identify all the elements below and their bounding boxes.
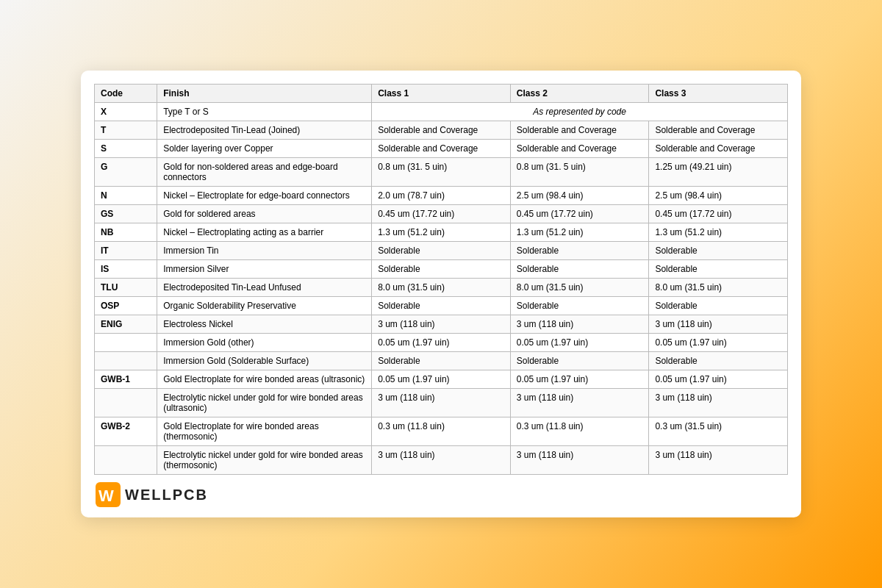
cell-class2: 3 um (118 uin) bbox=[510, 446, 649, 475]
logo-area: W WELLPCB bbox=[94, 482, 788, 507]
cell-class3: Solderable bbox=[649, 242, 788, 260]
cell-finish: Electrolytic nickel under gold for wire … bbox=[157, 389, 372, 417]
table-row: GWB-2Gold Electroplate for wire bonded a… bbox=[95, 417, 788, 446]
cell-class2: 0.8 um (31. 5 uin) bbox=[510, 158, 649, 187]
table-row: OSPOrganic Solderability PreservativeSol… bbox=[95, 297, 788, 315]
logo-label: WELLPCB bbox=[125, 487, 208, 503]
cell-class2: Solderable bbox=[510, 352, 649, 370]
cell-finish: Electrodeposited Tin-Lead (Joined) bbox=[157, 121, 372, 140]
table-row: ISImmersion SilverSolderableSolderableSo… bbox=[95, 260, 788, 279]
cell-class1: 0.8 um (31. 5 uin) bbox=[372, 158, 511, 187]
cell-class3: 2.5 um (98.4 uin) bbox=[649, 187, 788, 205]
cell-code bbox=[95, 334, 157, 352]
cell-finish: Gold Electroplate for wire bonded areas … bbox=[157, 370, 372, 389]
cell-code bbox=[95, 446, 157, 475]
cell-code: TLU bbox=[95, 279, 157, 297]
cell-class3: 8.0 um (31.5 uin) bbox=[649, 279, 788, 297]
cell-finish: Solder layering over Copper bbox=[157, 140, 372, 158]
cell-class1: 0.05 um (1.97 uin) bbox=[372, 370, 511, 389]
table-row: TElectrodeposited Tin-Lead (Joined)Solde… bbox=[95, 121, 788, 140]
table-row: GSGold for soldered areas0.45 um (17.72 … bbox=[95, 205, 788, 223]
cell-class3: 1.25 um (49.21 uin) bbox=[649, 158, 788, 187]
table-row: NNickel – Electroplate for edge-board co… bbox=[95, 187, 788, 205]
cell-class2: 0.05 um (1.97 uin) bbox=[510, 370, 649, 389]
cell-class3: Solderable and Coverage bbox=[649, 140, 788, 158]
table-row: TLUElectrodeposited Tin-Lead Unfused8.0 … bbox=[95, 279, 788, 297]
cell-code: N bbox=[95, 187, 157, 205]
cell-code bbox=[95, 352, 157, 370]
cell-code: GWB-2 bbox=[95, 417, 157, 446]
cell-class2: 2.5 um (98.4 uin) bbox=[510, 187, 649, 205]
table-row: NBNickel – Electroplating acting as a ba… bbox=[95, 223, 788, 242]
cell-class1: Solderable bbox=[372, 260, 511, 279]
cell-class2: 1.3 um (51.2 uin) bbox=[510, 223, 649, 242]
cell-class3: 0.3 um (31.5 uin) bbox=[649, 417, 788, 446]
cell-code: S bbox=[95, 140, 157, 158]
cell-class3: Solderable bbox=[649, 352, 788, 370]
table-row: Electrolytic nickel under gold for wire … bbox=[95, 389, 788, 417]
col-header-class2: Class 2 bbox=[510, 85, 649, 103]
cell-class3: 3 um (118 uin) bbox=[649, 315, 788, 334]
cell-finish: Electrodeposited Tin-Lead Unfused bbox=[157, 279, 372, 297]
cell-class3: 0.45 um (17.72 uin) bbox=[649, 205, 788, 223]
logo-text: WELLPCB bbox=[125, 487, 208, 503]
cell-code: T bbox=[95, 121, 157, 140]
cell-code: ENIG bbox=[95, 315, 157, 334]
cell-class1: 3 um (118 uin) bbox=[372, 315, 511, 334]
main-card: Code Finish Class 1 Class 2 Class 3 XTyp… bbox=[81, 71, 801, 517]
cell-class1: 3 um (118 uin) bbox=[372, 446, 511, 475]
table-row: GGold for non-soldered areas and edge-bo… bbox=[95, 158, 788, 187]
cell-class2: Solderable bbox=[510, 297, 649, 315]
cell-class1: Solderable and Coverage bbox=[372, 140, 511, 158]
cell-code: OSP bbox=[95, 297, 157, 315]
cell-classes-merged: As represented by code bbox=[372, 103, 788, 121]
cell-class3: 0.05 um (1.97 uin) bbox=[649, 334, 788, 352]
cell-finish: Immersion Tin bbox=[157, 242, 372, 260]
table-row: ENIGElectroless Nickel3 um (118 uin)3 um… bbox=[95, 315, 788, 334]
cell-class3: 0.05 um (1.97 uin) bbox=[649, 370, 788, 389]
cell-class1: 8.0 um (31.5 uin) bbox=[372, 279, 511, 297]
col-header-class1: Class 1 bbox=[372, 85, 511, 103]
cell-code: GWB-1 bbox=[95, 370, 157, 389]
col-header-class3: Class 3 bbox=[649, 85, 788, 103]
cell-class1: Solderable bbox=[372, 242, 511, 260]
cell-class1: 3 um (118 uin) bbox=[372, 389, 511, 417]
cell-class2: 8.0 um (31.5 uin) bbox=[510, 279, 649, 297]
cell-class2: Solderable bbox=[510, 242, 649, 260]
cell-code bbox=[95, 389, 157, 417]
cell-class3: Solderable bbox=[649, 297, 788, 315]
cell-finish: Gold for non-soldered areas and edge-boa… bbox=[157, 158, 372, 187]
cell-class2: 3 um (118 uin) bbox=[510, 315, 649, 334]
table-row: Immersion Gold (other)0.05 um (1.97 uin)… bbox=[95, 334, 788, 352]
table-row: ITImmersion TinSolderableSolderableSolde… bbox=[95, 242, 788, 260]
table-row: XType T or SAs represented by code bbox=[95, 103, 788, 121]
cell-class3: 3 um (118 uin) bbox=[649, 389, 788, 417]
cell-finish: Nickel – Electroplating acting as a barr… bbox=[157, 223, 372, 242]
cell-class2: Solderable and Coverage bbox=[510, 140, 649, 158]
cell-finish: Gold for soldered areas bbox=[157, 205, 372, 223]
cell-class1: Solderable bbox=[372, 297, 511, 315]
col-header-finish: Finish bbox=[157, 85, 372, 103]
cell-code: NB bbox=[95, 223, 157, 242]
cell-code: GS bbox=[95, 205, 157, 223]
cell-finish: Immersion Silver bbox=[157, 260, 372, 279]
cell-class3: 3 um (118 uin) bbox=[649, 446, 788, 475]
wellpcb-logo-icon: W bbox=[96, 482, 121, 507]
cell-finish: Electrolytic nickel under gold for wire … bbox=[157, 446, 372, 475]
cell-finish: Nickel – Electroplate for edge-board con… bbox=[157, 187, 372, 205]
cell-class2: Solderable and Coverage bbox=[510, 121, 649, 140]
cell-class1: 1.3 um (51.2 uin) bbox=[372, 223, 511, 242]
cell-finish: Immersion Gold (other) bbox=[157, 334, 372, 352]
cell-finish: Immersion Gold (Solderable Surface) bbox=[157, 352, 372, 370]
col-header-code: Code bbox=[95, 85, 157, 103]
cell-class1: 0.3 um (11.8 uin) bbox=[372, 417, 511, 446]
cell-class2: 0.3 um (11.8 uin) bbox=[510, 417, 649, 446]
table-row: SSolder layering over CopperSolderable a… bbox=[95, 140, 788, 158]
cell-class2: 0.45 um (17.72 uin) bbox=[510, 205, 649, 223]
table-row: Immersion Gold (Solderable Surface)Solde… bbox=[95, 352, 788, 370]
cell-class1: 0.45 um (17.72 uin) bbox=[372, 205, 511, 223]
cell-class2: 3 um (118 uin) bbox=[510, 389, 649, 417]
cell-code: X bbox=[95, 103, 157, 121]
table-row: Electrolytic nickel under gold for wire … bbox=[95, 446, 788, 475]
cell-finish: Organic Solderability Preservative bbox=[157, 297, 372, 315]
